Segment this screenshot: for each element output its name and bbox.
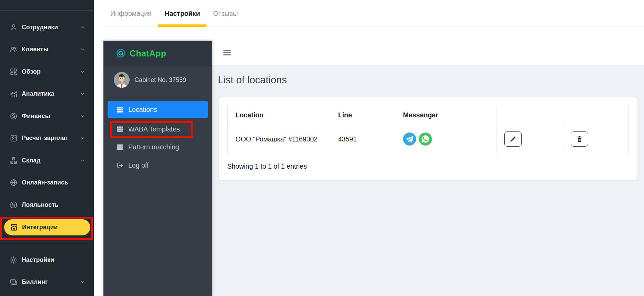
integrations-active-pill[interactable]: Интеграции (4, 219, 90, 236)
page-tabs: Информация Настройки Отзывы (94, 0, 644, 27)
sidebar-item-label: Онлайн-запись (22, 179, 85, 186)
pencil-icon (509, 135, 517, 143)
billing-cards-icon (9, 278, 18, 286)
menu-item-label: WABA Templates (128, 125, 180, 133)
sidebar-nav-bottom: Настройки Биллинг (0, 243, 94, 293)
sidebar-item-settings[interactable]: Настройки (0, 249, 94, 271)
chatapp-brand-name: ChatApp (130, 49, 166, 59)
analytics-chart-icon (9, 89, 18, 98)
locations-table: Location Line Messenger ООО "Ромашка" #1… (227, 106, 628, 154)
sidebar-item-label: Сотрудники (22, 24, 80, 31)
menu-item-log-off[interactable]: Log off (108, 157, 208, 174)
logout-icon (116, 161, 124, 169)
sidebar-item-finance[interactable]: Финансы (0, 105, 94, 127)
tab-information[interactable]: Информация (104, 0, 158, 27)
chevron-down-icon (80, 158, 85, 163)
finance-coin-icon (9, 112, 18, 120)
chevron-down-icon (80, 279, 85, 285)
locations-card: Location Line Messenger ООО "Ромашка" #1… (219, 97, 637, 180)
sidebar-item-warehouse[interactable]: Склад (0, 149, 94, 172)
chevron-down-icon (80, 24, 85, 30)
sidebar-item-label: Настройки (22, 256, 85, 264)
table-header-row: Location Line Messenger (228, 106, 628, 124)
people-icon (9, 45, 18, 54)
delete-button[interactable] (571, 131, 588, 147)
sidebar-item-loyalty[interactable]: Лояльность (0, 194, 94, 216)
column-header-line: Line (330, 106, 395, 124)
table-entries-summary: Showing 1 to 1 of 1 entries (227, 162, 628, 170)
page-title: List of locations (218, 74, 644, 86)
sidebar-header-spacer (0, 0, 94, 11)
chatapp-main: List of locations Location Line Messenge… (212, 41, 644, 296)
sidebar-item-payroll[interactable]: Расчет зарплат (0, 127, 94, 150)
sidebar-item-label: Обзор (22, 68, 80, 75)
stack-icon (116, 143, 124, 151)
warehouse-boxes-icon (9, 156, 18, 165)
sidebar-item-label: Лояльность (22, 201, 85, 209)
chevron-down-icon (80, 46, 85, 52)
gear-icon (9, 256, 18, 264)
stack-icon (116, 106, 124, 114)
trash-icon (576, 135, 583, 143)
menu-item-label: Log off (128, 161, 149, 169)
telegram-icon[interactable] (403, 133, 416, 146)
edit-button[interactable] (504, 131, 522, 147)
chatapp-header: ChatApp (103, 41, 212, 66)
column-header-delete (563, 106, 628, 124)
column-header-messenger: Messenger (395, 106, 496, 124)
messenger-cell (395, 124, 496, 154)
globe-icon (9, 178, 18, 187)
edit-cell (496, 124, 563, 154)
sidebar-nav: Сотрудники Клиенты Обзор Аналитика (0, 11, 94, 293)
tab-reviews[interactable]: Отзывы (207, 0, 244, 27)
overview-grid-icon (9, 67, 18, 76)
sidebar-item-label: Склад (22, 157, 80, 164)
chevron-down-icon (80, 113, 85, 119)
sidebar-item-overview[interactable]: Обзор (0, 61, 94, 83)
main-sidebar: Сотрудники Клиенты Обзор Аналитика (0, 0, 94, 296)
sidebar-item-clients[interactable]: Клиенты (0, 39, 94, 61)
menu-item-label: Pattern matching (128, 143, 179, 151)
location-cell: ООО "Ромашка" #1169302 (228, 124, 330, 154)
payroll-sheet-icon (9, 134, 18, 142)
cabinet-user-row[interactable]: Cabinet No. 37559 (103, 66, 212, 94)
line-cell: 43591 (330, 124, 395, 154)
whatsapp-icon[interactable] (419, 133, 432, 146)
person-icon (9, 23, 18, 32)
sidebar-item-label: Финансы (22, 113, 80, 120)
chevron-down-icon (80, 135, 85, 141)
sidebar-item-online-booking[interactable]: Онлайн-запись (0, 172, 94, 194)
hamburger-menu-icon[interactable] (223, 49, 232, 57)
table-row: ООО "Ромашка" #1169302 43591 (228, 124, 628, 154)
sidebar-item-billing[interactable]: Биллинг (0, 271, 94, 294)
sidebar-item-employees[interactable]: Сотрудники (0, 16, 94, 39)
avatar (114, 72, 130, 88)
sidebar-item-label: Клиенты (22, 46, 80, 53)
stack-icon (116, 125, 124, 133)
cabinet-number-label: Cabinet No. 37559 (134, 76, 186, 84)
sidebar-item-analytics[interactable]: Аналитика (0, 83, 94, 105)
menu-item-label: Locations (128, 106, 157, 114)
menu-item-waba-templates[interactable]: WABA Templates (108, 121, 208, 137)
chatapp-logo-icon (115, 48, 126, 59)
chatapp-topbar (212, 41, 644, 65)
menu-item-locations[interactable]: Locations (108, 101, 208, 118)
delete-cell (563, 124, 628, 154)
tab-settings[interactable]: Настройки (158, 0, 207, 27)
chevron-down-icon (80, 91, 85, 97)
sidebar-item-integrations[interactable]: Интеграции (0, 216, 94, 239)
sidebar-item-label: Аналитика (22, 90, 80, 97)
sidebar-item-label: Интеграции (22, 224, 85, 231)
column-header-edit (496, 106, 563, 124)
sidebar-item-label: Расчет зарплат (22, 135, 80, 142)
chatapp-menu: Locations WABA Templates Pattern matchin… (103, 94, 212, 174)
chatapp-sidebar: ChatApp Cabinet No. 37559 (103, 41, 212, 296)
percent-badge-icon (9, 201, 18, 209)
chevron-down-icon (80, 69, 85, 75)
storefront-icon (10, 223, 18, 232)
sidebar-item-label: Биллинг (22, 278, 80, 286)
column-header-location: Location (228, 106, 330, 124)
menu-item-pattern-matching[interactable]: Pattern matching (108, 138, 208, 156)
